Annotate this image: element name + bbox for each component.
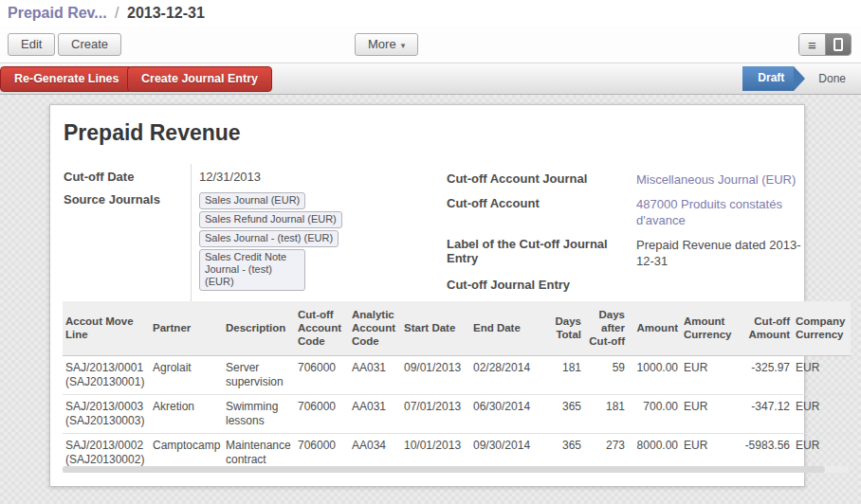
form-view-button[interactable] xyxy=(825,34,851,55)
table-cell: Swimming lessons xyxy=(223,394,295,433)
table-cell: 181 xyxy=(584,394,628,433)
table-cell: 365 xyxy=(546,394,584,433)
cutoff-account-row: Cut-off Account 487000 Produits constaté… xyxy=(447,190,807,228)
table-cell: EUR xyxy=(793,394,851,433)
page-title: Prepaid Revenue xyxy=(64,120,241,146)
action-bar: Re-Generate Lines Create Journal Entry D… xyxy=(0,63,861,95)
main-content: Prepaid Revenue Cut-off Date 12/31/2013 … xyxy=(0,95,861,504)
journal-entry-label-label: Label of the Cut-off Journal Entry xyxy=(447,231,636,269)
table-cell: 02/28/2014 xyxy=(470,355,546,394)
create-journal-entry-button[interactable]: Create Journal Entry xyxy=(127,66,272,92)
source-journals-row: Source Journals Sales Journal (EUR)Sales… xyxy=(64,187,445,296)
cutoff-account-label: Cut-off Account xyxy=(447,190,636,228)
journal-tag: Sales Refund Journal (EUR) xyxy=(199,211,342,228)
column-header[interactable]: Days Total xyxy=(546,301,584,355)
status-draft[interactable]: Draft xyxy=(742,66,794,91)
table-cell: 07/01/2013 xyxy=(401,394,470,433)
column-header[interactable]: Cut-off Amount xyxy=(740,301,793,355)
column-header[interactable]: Amount Currency xyxy=(681,301,740,355)
journal-tag: Sales Journal (EUR) xyxy=(199,192,305,209)
table-cell: 700.00 xyxy=(628,394,681,433)
table-cell: 706000 xyxy=(295,355,349,394)
table-cell: SAJ/2013/0003 (SAJ20130003) xyxy=(63,394,150,433)
source-journals-tags[interactable]: Sales Journal (EUR)Sales Refund Journal … xyxy=(191,187,445,296)
cutoff-account-journal-value[interactable]: Miscellaneous Journal (EUR) xyxy=(636,166,807,188)
table-cell: -347.12 xyxy=(740,394,793,433)
journal-entry-label-row: Label of the Cut-off Journal Entry Prepa… xyxy=(447,231,807,269)
table-cell: SAJ/2013/0001 (SAJ20130001) xyxy=(63,355,150,394)
more-button-label: More xyxy=(368,37,396,51)
edit-button[interactable]: Edit xyxy=(8,33,55,56)
table-cell: 706000 xyxy=(295,394,349,433)
column-header[interactable]: End Date xyxy=(470,301,546,355)
column-header[interactable]: Partner xyxy=(150,301,223,355)
table-cell: Agrolait xyxy=(150,355,223,394)
horizontal-scrollbar[interactable] xyxy=(63,466,849,473)
column-header[interactable]: Amount xyxy=(628,301,681,355)
table-cell: AA031 xyxy=(349,355,401,394)
cutoff-lines-table: Accout Move LinePartnerDescriptionCut-of… xyxy=(63,301,851,473)
more-button[interactable]: More▾ xyxy=(355,33,418,56)
cutoff-journal-entry-label: Cut-off Journal Entry xyxy=(447,272,636,292)
table-cell: Server supervision xyxy=(223,355,295,394)
table-cell: 181 xyxy=(546,355,584,394)
column-header[interactable]: Days after Cut-off xyxy=(584,301,628,355)
chevron-down-icon: ▾ xyxy=(401,41,406,50)
journal-tag: Sales Journal - (test) (EUR) xyxy=(199,230,339,247)
breadcrumb-current: 2013-12-31 xyxy=(127,5,205,21)
table-cell: EUR xyxy=(681,355,740,394)
cutoff-journal-entry-value xyxy=(636,272,807,292)
column-header[interactable]: Description xyxy=(223,301,295,355)
source-journals-label: Source Journals xyxy=(64,187,191,296)
column-header[interactable]: Company Currency xyxy=(793,301,851,355)
cutoff-date-label: Cut-off Date xyxy=(64,164,191,187)
scrollbar-thumb[interactable] xyxy=(63,466,825,473)
cutoff-account-journal-label: Cut-off Account Journal xyxy=(447,166,636,188)
cutoff-date-row: Cut-off Date 12/31/2013 xyxy=(64,164,445,187)
list-view-button[interactable]: ≡ xyxy=(799,34,825,55)
table-cell: EUR xyxy=(793,355,851,394)
table-body: SAJ/2013/0001 (SAJ20130001)AgrolaitServe… xyxy=(63,355,851,472)
regenerate-lines-button[interactable]: Re-Generate Lines xyxy=(0,66,133,92)
table-cell: EUR xyxy=(681,394,740,433)
view-switcher: ≡ xyxy=(798,33,852,56)
create-button[interactable]: Create xyxy=(58,33,121,56)
table-cell: AA031 xyxy=(349,394,401,433)
table-cell: 06/30/2014 xyxy=(470,394,546,433)
cutoff-account-value[interactable]: 487000 Produits constatés d'avance xyxy=(636,190,807,228)
column-header[interactable]: Start Date xyxy=(401,301,470,355)
column-header[interactable]: Analytic Account Code xyxy=(349,301,401,355)
table-cell: Akretion xyxy=(150,394,223,433)
journal-tag: Sales Credit Note Journal - (test) (EUR) xyxy=(199,249,305,291)
column-header[interactable]: Cut-off Account Code xyxy=(295,301,349,355)
table-row[interactable]: SAJ/2013/0003 (SAJ20130003)AkretionSwimm… xyxy=(63,394,851,433)
cutoff-account-journal-row: Cut-off Account Journal Miscellaneous Jo… xyxy=(447,166,807,188)
form-toolbar: Edit Create More▾ ≡ xyxy=(0,27,861,63)
cutoff-journal-entry-row: Cut-off Journal Entry xyxy=(447,272,807,292)
form-group-left: Cut-off Date 12/31/2013 Source Journals … xyxy=(64,164,445,318)
table-cell: 09/01/2013 xyxy=(401,355,470,394)
table-header-row: Accout Move LinePartnerDescriptionCut-of… xyxy=(63,301,851,355)
journal-entry-label-value: Prepaid Revenue dated 2013-12-31 xyxy=(636,231,807,269)
breadcrumb: Prepaid Rev... / 2013-12-31 xyxy=(0,0,861,27)
form-icon xyxy=(834,38,843,51)
list-icon: ≡ xyxy=(808,38,816,52)
table-row[interactable]: SAJ/2013/0001 (SAJ20130001)AgrolaitServe… xyxy=(63,355,851,394)
table-cell: 1000.00 xyxy=(628,355,681,394)
form-group-right: Cut-off Account Journal Miscellaneous Jo… xyxy=(447,166,807,295)
cutoff-date-value[interactable]: 12/31/2013 xyxy=(191,164,445,187)
breadcrumb-separator: / xyxy=(111,5,122,21)
table-cell: 59 xyxy=(584,355,628,394)
odoo-window: Prepaid Rev... / 2013-12-31 Edit Create … xyxy=(0,0,861,504)
table-cell: -325.97 xyxy=(740,355,793,394)
statusbar: Draft Done xyxy=(742,63,861,94)
breadcrumb-parent-link[interactable]: Prepaid Rev... xyxy=(8,5,107,21)
column-header[interactable]: Accout Move Line xyxy=(63,301,150,355)
